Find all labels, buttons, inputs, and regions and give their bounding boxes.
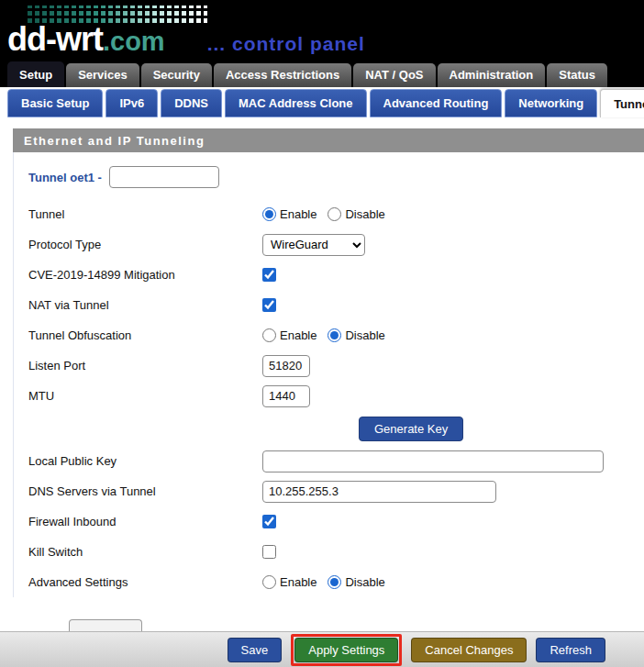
nat-via-tunnel-checkbox[interactable] [262,298,276,312]
firewall-inbound-label: Firewall Inbound [28,515,262,528]
tunnel-radio-group: Enable Disable [262,207,396,221]
generate-key-button[interactable]: Generate Key [359,417,463,441]
main-tab-administration[interactable]: Administration [438,63,546,87]
apply-settings-button[interactable]: Apply Settings [294,638,398,662]
advanced-disable-radio[interactable] [328,575,341,589]
tunnel-disable-label: Disable [345,207,384,221]
obfuscation-disable-label: Disable [345,328,384,342]
main-tab-nat-qos[interactable]: NAT / QoS [353,63,435,87]
form-row-advanced-settings: Advanced Settings Enable Disable [28,567,644,597]
sub-tab-mac-address-clone[interactable]: MAC Address Clone [225,89,366,117]
tunnel-enable-option[interactable]: Enable [262,207,316,221]
kill-switch-checkbox[interactable] [262,545,276,559]
dns-servers-input[interactable] [262,481,496,503]
form-row-generate-key: Generate Key [28,411,644,446]
protocol-type-select[interactable]: WireGuard [262,234,365,256]
control-panel-tagline: ... control panel [207,33,365,55]
dns-servers-control [262,481,496,503]
cve-mitigation-label: CVE-2019-14899 Mitigation [28,268,262,282]
advanced-settings-radio-group: Enable Disable [262,575,396,589]
tunnel-name-input[interactable] [109,166,219,188]
main-tab-setup[interactable]: Setup [7,61,64,87]
advanced-disable-label: Disable [345,575,384,589]
section-gap [0,120,644,128]
kill-switch-control [262,545,280,559]
form-row-tunnel-obfuscation: Tunnel Obfuscation Enable Disable [28,320,644,350]
section-title: Ethernet and IP Tunneling [24,134,205,148]
section-header: Ethernet and IP Tunneling [13,128,644,152]
protocol-type-control: WireGuard [262,234,365,256]
sub-tab-networking[interactable]: Networking [505,89,597,117]
mtu-input[interactable] [262,385,310,407]
form-row-tunnel: Tunnel Enable Disable [28,199,644,229]
dns-servers-label: DNS Servers via Tunnel [28,484,262,498]
nat-via-tunnel-control [262,298,280,312]
footer-action-bar: Save Apply Settings Cancel Changes Refre… [0,631,644,667]
sub-tab-basic-setup[interactable]: Basic Setup [7,89,103,117]
listen-port-control [262,355,310,377]
obfuscation-disable-option[interactable]: Disable [328,328,384,342]
form-row-mtu: MTU [28,381,644,411]
advanced-settings-label: Advanced Settings [28,575,262,589]
sub-nav: Basic Setup IPv6 DDNS MAC Address Clone … [0,87,644,120]
obfuscation-enable-radio[interactable] [262,328,276,342]
nat-via-tunnel-label: NAT via Tunnel [28,298,262,312]
cve-mitigation-control [262,268,280,282]
sub-tab-tunnels[interactable]: Tunnels [600,89,644,117]
tunnel-name-row: Tunnel oet1 - [28,166,644,188]
logo-row: dd-wrt.com ... control panel [7,20,365,59]
tunnel-name-label: Tunnel oet1 - [28,171,102,184]
refresh-button[interactable]: Refresh [536,638,605,662]
obfuscation-enable-label: Enable [280,328,316,342]
tunnel-obfuscation-radio-group: Enable Disable [262,328,396,342]
obfuscation-disable-radio[interactable] [328,328,341,342]
dd-wrt-logo: dd-wrt [7,20,103,59]
local-public-key-control [262,450,604,472]
tunnel-form: Tunnel oet1 - Tunnel Enable Disable Prot… [13,152,644,597]
listen-port-label: Listen Port [28,359,262,372]
generate-key-control: Generate Key [262,417,463,441]
form-row-kill-switch: Kill Switch [28,537,644,567]
tunnel-disable-radio[interactable] [328,207,341,221]
apply-settings-highlight-box: Apply Settings [291,634,402,666]
tunnel-disable-option[interactable]: Disable [328,207,384,221]
sub-tab-ddns[interactable]: DDNS [161,89,222,117]
form-row-firewall-inbound: Firewall Inbound [28,506,644,537]
main-nav: Setup Services Security Access Restricti… [0,61,644,87]
save-button[interactable]: Save [228,638,283,662]
tunnel-obfuscation-label: Tunnel Obfuscation [28,328,262,342]
form-row-local-public-key: Local Public Key [28,446,644,476]
main-tab-services[interactable]: Services [66,63,139,87]
advanced-enable-radio[interactable] [262,575,276,589]
obfuscation-enable-option[interactable]: Enable [262,328,316,342]
protocol-type-label: Protocol Type [28,238,262,251]
firewall-inbound-checkbox[interactable] [262,515,276,528]
main-tab-security[interactable]: Security [141,63,212,87]
listen-port-input[interactable] [262,355,310,377]
advanced-enable-label: Enable [280,575,316,589]
tunnel-enable-radio[interactable] [262,207,276,221]
tunnel-field-label: Tunnel [28,207,262,221]
kill-switch-label: Kill Switch [28,545,262,559]
cve-mitigation-checkbox[interactable] [262,268,276,282]
sub-tab-advanced-routing[interactable]: Advanced Routing [370,89,503,117]
form-row-nat-via-tunnel: NAT via Tunnel [28,290,644,320]
mtu-label: MTU [28,389,262,403]
firewall-inbound-control [262,515,280,528]
cancel-changes-button[interactable]: Cancel Changes [411,638,527,662]
partially-visible-button[interactable] [69,619,142,631]
main-tab-status[interactable]: Status [547,63,607,87]
local-public-key-label: Local Public Key [28,454,262,468]
form-row-cve-mitigation: CVE-2019-14899 Mitigation [28,260,644,290]
header: dd-wrt.com ... control panel [0,0,644,61]
form-row-listen-port: Listen Port [28,350,644,381]
sub-tab-ipv6[interactable]: IPv6 [105,89,158,117]
form-row-protocol-type: Protocol Type WireGuard [28,229,644,260]
main-tab-access-restrictions[interactable]: Access Restrictions [214,63,351,87]
local-public-key-input[interactable] [262,450,604,472]
logo-domain-suffix: .com [103,27,165,57]
advanced-disable-option[interactable]: Disable [328,575,384,589]
tunnel-enable-label: Enable [280,207,316,221]
advanced-enable-option[interactable]: Enable [262,575,316,589]
form-row-dns-servers: DNS Servers via Tunnel [28,476,644,506]
